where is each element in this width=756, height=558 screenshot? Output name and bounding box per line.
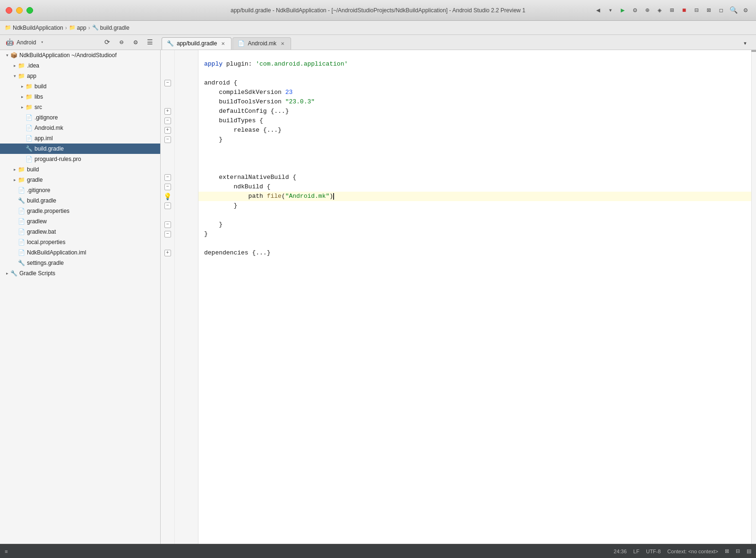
tree-file-icon: 📄 [18,208,25,214]
fold-button[interactable]: − [164,118,171,124]
debug-icon[interactable]: ⚙ [630,6,640,15]
tree-item--idea[interactable]: ▸📁.idea [0,60,160,71]
sdk-manager-icon[interactable]: ⊠ [704,6,713,15]
line-number [175,220,198,229]
code-editor[interactable]: apply plugin: 'com.android.application'a… [198,50,751,544]
dropdown-arrow[interactable]: ▾ [41,40,43,45]
gutter-cell: − [161,182,174,192]
code-token-plain: buildTypes { [204,116,263,126]
layout-button[interactable]: ☰ [144,36,156,49]
fold-button[interactable]: − [164,184,171,190]
settings-gear-button[interactable]: ⚙ [129,36,142,49]
close-button[interactable] [6,7,12,14]
tree-arrow [11,218,18,225]
settings-icon[interactable]: ⚙ [741,6,750,15]
tree-item-NdkBuildApplication[interactable]: ▾📦NdkBuildApplication ~/AndroidStudioof [0,50,160,60]
code-line [198,211,751,220]
gradle-sync-icon[interactable]: ⊟ [692,6,701,15]
profile-icon[interactable]: ⊞ [667,6,677,15]
stop-icon[interactable]: ■ [679,6,689,15]
back-icon[interactable]: ◀ [593,6,603,15]
tree-item-NdkBuildApplication-iml[interactable]: 📄NdkBuildApplication.iml [0,247,160,258]
tab-close-gradle[interactable]: ✕ [220,40,226,47]
gutter-cell: + [161,126,174,135]
avd-manager-icon[interactable]: ◻ [716,6,726,15]
window-title: app/build.gradle - NdkBuildApplication -… [231,7,525,14]
fold-button[interactable]: − [164,80,171,86]
tree-item-Gradle-Scripts[interactable]: ▸🔧Gradle Scripts [0,268,160,279]
status-icon-item[interactable]: ≡ [5,549,8,554]
tab-build-gradle[interactable]: 🔧 app/build.gradle ✕ [162,37,232,50]
maximize-button[interactable] [26,7,33,14]
line-number [175,229,198,239]
scroll-marker [751,50,756,52]
fold-close-button[interactable]: − [164,221,171,228]
fold-button[interactable]: − [164,174,171,181]
tab-android-mk[interactable]: 📄 Android.mk ✕ [232,37,291,50]
search-icon[interactable]: 🔍 [729,6,738,15]
fold-button[interactable]: + [164,108,171,115]
attach-icon[interactable]: ⊕ [643,6,652,15]
tree-item-local-properties[interactable]: 📄local.properties [0,237,160,247]
code-token-kw: apply [204,59,223,69]
tree-item-build-gradle[interactable]: 🔧build.gradle [0,195,160,206]
breadcrumb-app[interactable]: 📁 app [69,25,86,31]
tree-arrow: ▸ [19,93,26,100]
tree-item-gradle[interactable]: ▸📁gradle [0,175,160,185]
tree-item-gradle-properties[interactable]: 📄gradle.properties [0,206,160,216]
tree-item--gitignore[interactable]: 📄.gitignore [0,112,160,123]
tree-item-build-gradle[interactable]: 🔧build.gradle [0,144,160,154]
status-bar: ≡ 24:36 LF UTF-8 Context: <no context> ⊠… [0,544,756,558]
tree-item-Android-mk[interactable]: 📄Android.mk [0,123,160,133]
fold-close-button[interactable]: − [164,231,171,237]
tree-item-app[interactable]: ▾📁app [0,71,160,81]
tree-item-label: proguard-rules.pro [34,156,81,162]
run-icon[interactable]: ▶ [618,6,627,15]
tree-item-proguard-rules-pro[interactable]: 📄proguard-rules.pro [0,154,160,164]
tree-file-icon: 📄 [26,114,33,121]
tree-file-icon: 📁 [26,83,33,90]
status-position[interactable]: 24:36 [614,548,627,554]
fold-close-button[interactable]: − [164,203,171,209]
tree-item-gradlew-bat[interactable]: 📄gradlew.bat [0,227,160,237]
tree-item-settings-gradle[interactable]: 🔧settings.gradle [0,258,160,268]
code-token-plain: buildToolsVersion [204,97,285,107]
fold-close-button[interactable]: − [164,136,171,143]
tree-item-gradlew[interactable]: 📄gradlew [0,216,160,227]
tabs-bar: 🔧 app/build.gradle ✕ 📄 Android.mk ✕ ▾ [160,35,753,50]
line-number [175,88,198,97]
minimize-button[interactable] [16,7,23,14]
tree-item--gitignore[interactable]: 📄.gitignore [0,185,160,195]
status-icon-3[interactable]: ▤ [747,548,751,554]
fold-button[interactable]: + [164,250,171,256]
mk-tab-icon: 📄 [238,40,245,47]
sync-button[interactable]: ⟳ [101,36,113,49]
tree-item-app-iml[interactable]: 📄app.iml [0,133,160,144]
forward-dropdown-icon[interactable]: ▾ [606,6,615,15]
status-icon-2[interactable]: ⊟ [736,548,740,554]
code-line [198,154,751,163]
gutter-cell: 💡 [161,192,174,201]
status-icon-1[interactable]: ⊠ [725,548,729,554]
fold-button[interactable]: + [164,127,171,134]
breadcrumb-file[interactable]: 🔧 build.gradle [92,25,129,31]
tree-item-build[interactable]: ▸📁build [0,81,160,92]
tree-item-build[interactable]: ▸📁build [0,164,160,175]
recent-files-button[interactable]: ▾ [739,37,751,50]
status-line-ending[interactable]: LF [633,548,639,554]
tree-item-libs[interactable]: ▸📁libs [0,92,160,102]
tree-arrow: ▸ [19,83,26,90]
collapse-all-button[interactable]: ⊖ [115,36,128,49]
tab-close-mk[interactable]: ✕ [279,40,286,47]
code-line [198,69,751,78]
status-encoding[interactable]: UTF-8 [646,548,661,554]
breadcrumb-project[interactable]: 📁 NdkBuildApplication [5,25,63,31]
coverage-icon[interactable]: ◈ [655,6,664,15]
line-number [175,97,198,107]
code-gutter: −+−+−−−💡−−−+ [161,50,175,544]
tree-item-src[interactable]: ▸📁src [0,102,160,112]
lightbulb-icon[interactable]: 💡 [164,193,172,200]
main-layout: ▾📦NdkBuildApplication ~/AndroidStudioof▸… [0,50,756,544]
tree-arrow [19,125,26,131]
code-line: } [198,229,751,239]
